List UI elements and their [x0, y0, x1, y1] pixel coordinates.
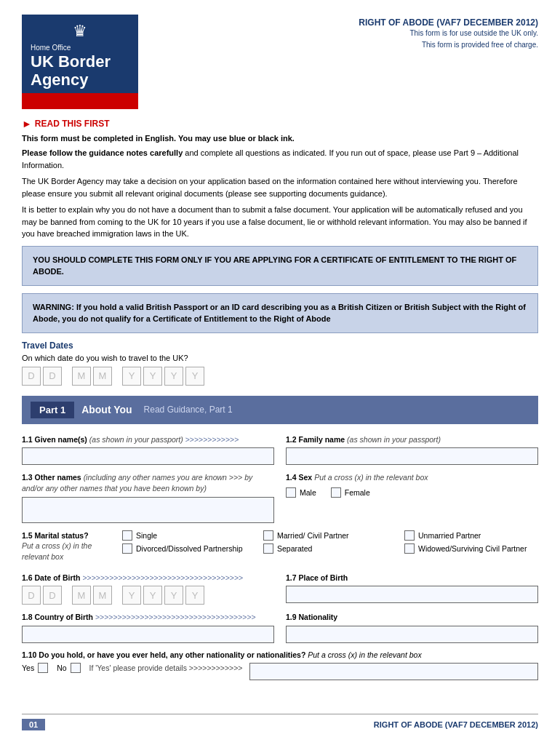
marital-options: Single Married/ Civil Partner Unmarried … [122, 530, 538, 554]
form-subtitle1: This form is for use outside the UK only… [359, 28, 538, 39]
travel-year3[interactable]: Y [164, 367, 183, 386]
travel-month1[interactable]: M [72, 367, 91, 386]
home-office-label: Home Office [31, 44, 71, 52]
q110-yes[interactable]: Yes [22, 663, 48, 673]
sex-female-checkbox[interactable] [331, 487, 341, 498]
marital-married-label: Married/ Civil Partner [277, 531, 349, 540]
dob-day2[interactable]: D [43, 586, 62, 605]
red-bar [22, 93, 138, 109]
field-17-label: 1.7 Place of Birth [286, 573, 538, 583]
marital-married[interactable]: Married/ Civil Partner [263, 530, 397, 541]
marital-single[interactable]: Single [122, 530, 256, 541]
part1-title: About You [81, 404, 132, 415]
field-11-number: 1.1 Given name(s) [22, 435, 87, 444]
footer-page-number: 01 [22, 719, 45, 730]
part1-guidance: Read Guidance, Part 1 [144, 405, 233, 415]
field-16-arrows: >>>>>>>>>>>>>>>>>>>>>>>>>>>>>>>>>>>> [82, 573, 243, 582]
travel-month2[interactable]: M [93, 367, 112, 386]
nationality-input[interactable] [286, 626, 538, 643]
marital-separated[interactable]: Separated [263, 543, 397, 554]
marital-married-checkbox[interactable] [263, 530, 273, 541]
row-16-17: 1.6 Date of Birth >>>>>>>>>>>>>>>>>>>>>>… [22, 573, 538, 605]
marital-widowed[interactable]: Widowed/Surviving Civil Partner [404, 543, 538, 554]
read-first-label: READ THIS FIRST [35, 119, 110, 129]
travel-day2[interactable]: D [43, 367, 62, 386]
travel-year2[interactable]: Y [143, 367, 162, 386]
travel-day1[interactable]: D [22, 367, 41, 386]
dob-day1[interactable]: D [22, 586, 41, 605]
marital-single-checkbox[interactable] [122, 530, 132, 541]
field-14-number: 1.4 Sex [286, 473, 312, 482]
sex-male-checkbox[interactable] [286, 487, 296, 498]
field-13-label: 1.3 Other names (including any other nam… [22, 472, 274, 493]
footer: 01 RIGHT OF ABODE (VAF7 DECEMBER 2012) [22, 714, 538, 730]
q110-details-input[interactable] [249, 663, 538, 680]
read-first-section: ► READ THIS FIRST This form must be comp… [22, 118, 538, 240]
marital-separated-label: Separated [277, 544, 312, 553]
logo-box: ♛ Home Office UK Border Agency [22, 15, 138, 109]
given-names-input[interactable] [22, 447, 274, 465]
q110-no[interactable]: No [57, 663, 80, 673]
field-11-arrows: >>>>>>>>>>>> [185, 435, 239, 444]
blue-box-2: WARNING: If you hold a valid British Pas… [22, 293, 538, 333]
field-13-number: 1.3 Other names [22, 473, 81, 482]
travel-year4[interactable]: Y [185, 367, 204, 386]
field-12-italic: (as shown in your passport) [347, 435, 441, 444]
field-18-label: 1.8 Country of Birth >>>>>>>>>>>>>>>>>>>… [22, 612, 274, 623]
q110-yes-label: Yes [22, 664, 34, 672]
marital-unmarried[interactable]: Unmarried Partner [404, 530, 538, 541]
field-16-label: 1.6 Date of Birth >>>>>>>>>>>>>>>>>>>>>>… [22, 573, 274, 583]
footer-title: RIGHT OF ABODE (VAF7 DECEMBER 2012) [374, 720, 538, 729]
page: ♛ Home Office UK Border Agency RIGHT OF … [0, 0, 560, 745]
instruction-para1: Please follow the guidance notes careful… [22, 147, 538, 171]
dob-year2[interactable]: Y [143, 586, 162, 605]
field-15-number: 1.5 Marital status? [22, 531, 89, 540]
dob-month2[interactable]: M [93, 586, 112, 605]
dob-year3[interactable]: Y [164, 586, 183, 605]
row-18-19: 1.8 Country of Birth >>>>>>>>>>>>>>>>>>>… [22, 612, 538, 643]
travel-dates-section: Travel Dates On which date do you wish t… [22, 340, 538, 386]
travel-dates-label: On which date do you wish to travel to t… [22, 354, 538, 362]
field-11-label: 1.1 Given name(s) (as shown in your pass… [22, 434, 274, 445]
field-110-label: 1.10 Do you hold, or have you ever held,… [22, 650, 538, 659]
country-of-birth-input[interactable] [22, 626, 274, 643]
marital-divorced[interactable]: Divorced/Dissolved Partnership [122, 543, 256, 554]
field-15-row: 1.5 Marital status? Put a cross (x) in t… [22, 530, 538, 565]
instruction-line1: This form must be completed in English. … [22, 134, 538, 143]
other-names-input[interactable] [22, 497, 274, 523]
crown-icon: ♛ [31, 22, 129, 41]
field-18-col: 1.8 Country of Birth >>>>>>>>>>>>>>>>>>>… [22, 612, 274, 643]
marital-divorced-label: Divorced/Dissolved Partnership [136, 544, 242, 553]
field-19-col: 1.9 Nationality [286, 612, 538, 643]
dob-year1[interactable]: Y [122, 586, 141, 605]
marital-separated-checkbox[interactable] [263, 543, 273, 554]
marital-unmarried-label: Unmarried Partner [418, 531, 481, 540]
form-title: RIGHT OF ABODE (VAF7 DECEMBER 2012) [359, 17, 538, 28]
blue-box-1: YOU SHOULD COMPLETE THIS FORM ONLY IF YO… [22, 246, 538, 286]
field-14-label: 1.4 Sex Put a cross (x) in the relevant … [286, 472, 538, 483]
q110-yes-checkbox[interactable] [38, 663, 48, 673]
field-12-col: 1.2 Family name (as shown in your passpo… [286, 434, 538, 466]
field-18-arrows: >>>>>>>>>>>>>>>>>>>>>>>>>>>>>>>>>>>> [95, 613, 256, 621]
field-11-col: 1.1 Given name(s) (as shown in your pass… [22, 434, 274, 466]
field-17-col: 1.7 Place of Birth [286, 573, 538, 605]
marital-divorced-checkbox[interactable] [122, 543, 132, 554]
sex-female-option[interactable]: Female [331, 487, 370, 498]
sex-male-option[interactable]: Male [286, 487, 316, 498]
sex-female-label: Female [345, 488, 370, 497]
read-first-heading: ► READ THIS FIRST [22, 118, 538, 130]
field-12-label: 1.2 Family name (as shown in your passpo… [286, 434, 538, 445]
row-11-12: 1.1 Given name(s) (as shown in your pass… [22, 434, 538, 466]
field-16-number: 1.6 Date of Birth [22, 573, 81, 582]
dob-year4[interactable]: Y [185, 586, 204, 605]
dob-month1[interactable]: M [72, 586, 91, 605]
q110-no-checkbox[interactable] [71, 663, 81, 673]
marital-unmarried-checkbox[interactable] [404, 530, 415, 541]
travel-date-boxes: D D M M Y Y Y Y [22, 367, 538, 386]
travel-year1[interactable]: Y [122, 367, 141, 386]
marital-widowed-checkbox[interactable] [404, 543, 415, 554]
place-of-birth-input[interactable] [286, 586, 538, 603]
instruction-para2: The UK Border Agency may take a decision… [22, 175, 538, 199]
family-name-input[interactable] [286, 447, 538, 465]
uk-border-label: UK Border [31, 53, 111, 71]
